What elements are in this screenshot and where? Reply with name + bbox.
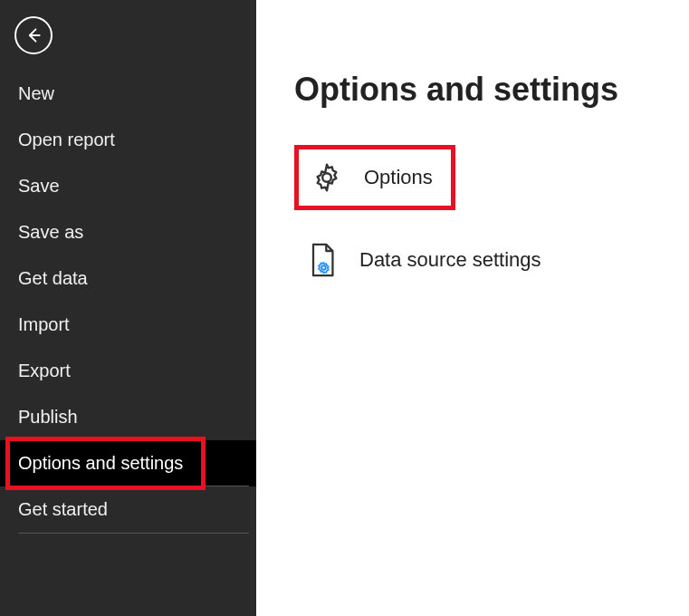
menu-item-open-report[interactable]: Open report	[0, 117, 256, 163]
svg-point-1	[321, 265, 326, 270]
gear-icon	[310, 160, 344, 195]
option-label: Data source settings	[359, 248, 541, 272]
option-options[interactable]: Options	[294, 145, 455, 210]
menu-item-get-data[interactable]: Get data	[0, 255, 256, 302]
menu-item-import[interactable]: Import	[0, 302, 256, 348]
content-panel: Options and settings Options Data source…	[256, 0, 689, 616]
back-arrow-icon	[24, 26, 43, 44]
menu-item-new[interactable]: New	[0, 71, 256, 117]
menu-item-save[interactable]: Save	[0, 163, 256, 209]
page-title: Options and settings	[294, 71, 689, 109]
svg-point-0	[322, 173, 331, 182]
menu-item-export[interactable]: Export	[0, 348, 256, 394]
option-label: Options	[364, 166, 433, 189]
menu-item-save-as[interactable]: Save as	[0, 209, 256, 255]
menu-item-get-started[interactable]: Get started	[0, 486, 256, 533]
option-data-source-settings[interactable]: Data source settings	[294, 232, 560, 288]
document-gear-icon	[305, 243, 340, 277]
menu-item-publish[interactable]: Publish	[0, 394, 256, 440]
menu-item-options-settings-container: Options and settings	[0, 440, 256, 486]
sidebar: New Open report Save Save as Get data Im…	[0, 0, 256, 616]
back-button[interactable]	[14, 16, 53, 54]
menu-item-options-settings[interactable]: Options and settings	[0, 440, 256, 486]
menu-item-label: Options and settings	[18, 453, 183, 473]
